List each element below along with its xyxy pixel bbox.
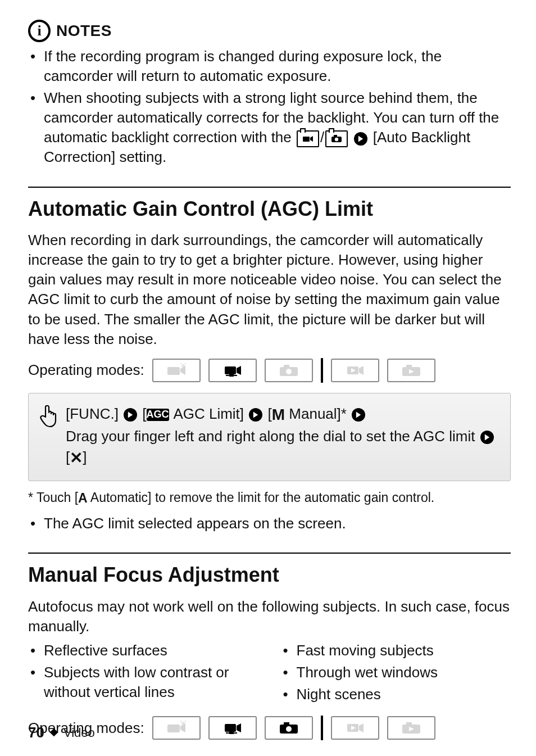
manual-m-icon: M: [272, 406, 285, 423]
mode-separator: [321, 716, 323, 740]
svg-marker-10: [237, 366, 241, 375]
menu-arrow-icon: [352, 408, 365, 422]
mode-video-record-icon: [208, 716, 257, 740]
list-item: Reflective surfaces: [28, 641, 258, 660]
agc-after-list: The AGC limit selected appears on the sc…: [28, 514, 511, 533]
func-label: [FUNC.]: [66, 405, 119, 422]
section-divider: [28, 553, 511, 554]
list-item: Subjects with low contrast or without ve…: [28, 663, 258, 702]
list-item: Through wet windows: [281, 663, 511, 682]
mode-video-play-icon: [331, 359, 379, 382]
notes-item: When shooting subjects with a strong lig…: [28, 88, 511, 167]
agc-instruction-text: [FUNC.] [AGC AGC Limit] [M Manual]* Drag…: [66, 404, 501, 469]
mode-photo-play-icon: [387, 359, 435, 382]
notes-list: If the recording program is changed duri…: [28, 47, 511, 168]
photo-settings-frame-icon: [325, 130, 348, 147]
svg-rect-34: [284, 722, 289, 725]
mfocus-right-list: Fast moving subjects Through wet windows…: [281, 641, 511, 707]
svg-point-4: [335, 137, 338, 141]
notes-label: NOTES: [56, 20, 112, 42]
svg-rect-9: [225, 366, 236, 374]
mfocus-body: Autofocus may not work well on the follo…: [28, 597, 511, 636]
page-number: 70: [28, 723, 44, 743]
mfocus-columns: Reflective surfaces Subjects with low co…: [28, 641, 511, 707]
video-settings-frame-icon: [297, 130, 319, 147]
svg-rect-29: [225, 724, 236, 732]
agc-modes-row: Operating modes:: [28, 358, 511, 383]
mfocus-modes-row: Operating modes:: [28, 716, 511, 740]
agc-footnote: * Touch [A Automatic] to remove the limi…: [28, 489, 511, 507]
svg-marker-24: [356, 411, 361, 418]
agc-after-item: The AGC limit selected appears on the sc…: [28, 514, 511, 533]
manual-label: Manual]*: [289, 405, 347, 422]
list-item: Fast moving subjects: [281, 641, 511, 660]
svg-rect-20: [406, 365, 412, 368]
svg-rect-26: [167, 725, 180, 732]
agc-section-title: Automatic Gain Control (AGC) Limit: [28, 196, 511, 223]
svg-marker-23: [253, 411, 258, 418]
footer-section: Video: [63, 725, 95, 741]
mfocus-left-list: Reflective surfaces Subjects with low co…: [28, 641, 258, 707]
menu-arrow-icon: [249, 408, 262, 422]
mode-photo-icon: [265, 359, 313, 382]
mode-auto-icon: [152, 359, 201, 382]
agc-limit-label: AGC Limit]: [173, 405, 244, 422]
mode-photo-play-icon: [387, 716, 435, 740]
svg-marker-17: [359, 366, 364, 375]
mode-photo-icon: [265, 716, 313, 740]
mode-video-record-icon: [208, 359, 257, 382]
mode-video-play-icon: [331, 716, 379, 740]
svg-marker-5: [358, 135, 363, 142]
svg-marker-37: [359, 723, 364, 732]
close-x-icon: ✕: [70, 449, 83, 467]
agc-body: When recording in dark surroundings, the…: [28, 230, 511, 349]
mfocus-section-title: Manual Focus Adjustment: [28, 562, 511, 589]
diamond-icon: [50, 728, 58, 736]
svg-rect-40: [406, 722, 412, 725]
svg-rect-14: [284, 365, 289, 368]
footnote-pre: * Touch [: [28, 490, 78, 505]
svg-marker-30: [237, 723, 241, 732]
menu-arrow-icon: [354, 132, 367, 146]
page-footer: 70 Video: [28, 723, 95, 743]
agc-badge-icon: AGC: [147, 409, 169, 421]
svg-rect-6: [167, 367, 180, 375]
menu-arrow-icon: [480, 431, 494, 444]
close-bracket: ]: [83, 449, 87, 465]
menu-arrow-icon: [124, 408, 137, 422]
notes-header: i NOTES: [28, 20, 511, 42]
svg-point-28: [181, 722, 185, 725]
svg-rect-3: [334, 135, 337, 137]
svg-rect-32: [226, 732, 237, 734]
agc-instruction-box: [FUNC.] [AGC AGC Limit] [M Manual]* Drag…: [28, 393, 511, 481]
svg-point-8: [181, 364, 185, 368]
svg-point-35: [286, 726, 292, 732]
info-icon: i: [28, 20, 51, 42]
svg-rect-12: [226, 375, 237, 376]
drag-instruction: Drag your finger left and right along th…: [66, 428, 475, 445]
section-divider: [28, 187, 511, 188]
automatic-a-icon: A: [78, 491, 88, 505]
svg-rect-0: [303, 137, 310, 142]
notes-item: If the recording program is changed duri…: [28, 47, 511, 86]
modes-label: Operating modes:: [28, 360, 144, 380]
svg-point-15: [286, 369, 292, 374]
list-item: Night scenes: [281, 685, 511, 704]
svg-marker-1: [310, 136, 313, 142]
mode-separator: [321, 358, 323, 383]
footnote-post: Automatic] to remove the limit for the a…: [88, 490, 434, 505]
mode-auto-icon: [152, 716, 201, 740]
touch-icon: [38, 404, 58, 469]
svg-marker-25: [484, 434, 489, 440]
svg-marker-22: [128, 411, 133, 418]
